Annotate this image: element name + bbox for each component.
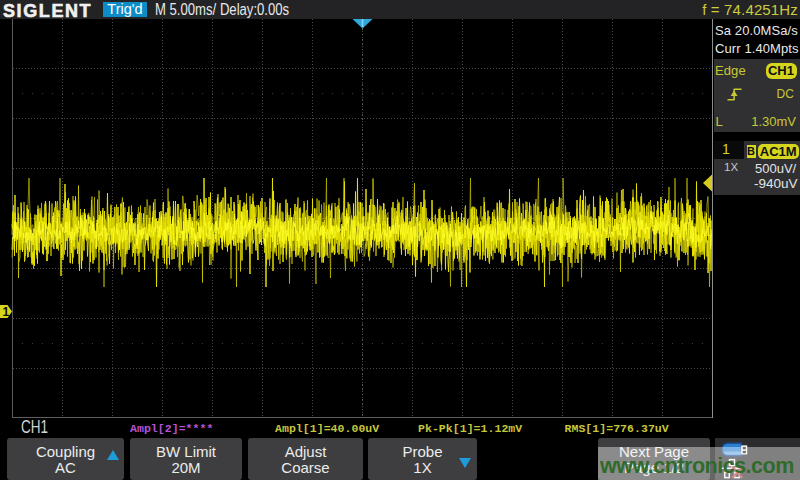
svg-text:1: 1: [3, 305, 10, 319]
